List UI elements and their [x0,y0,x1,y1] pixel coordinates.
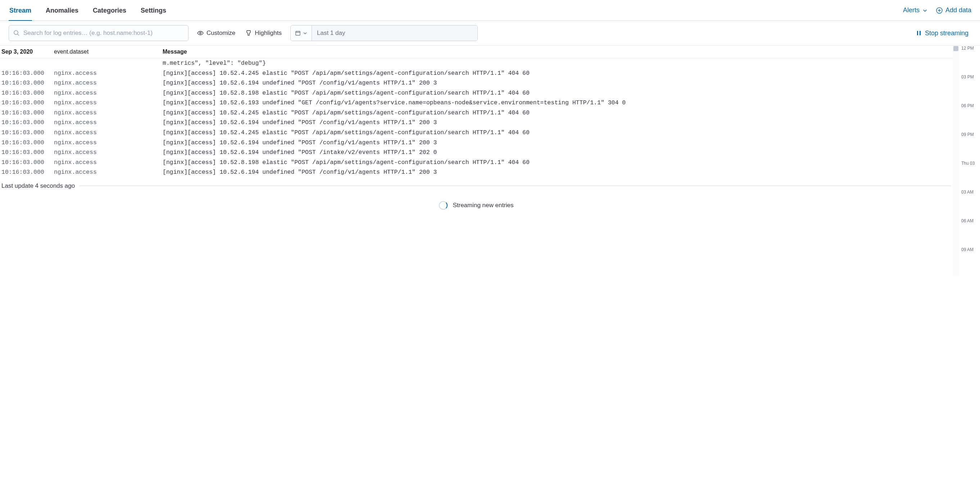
minimap-thumb[interactable] [953,46,958,51]
highlighter-icon [245,30,252,36]
log-message: [nginx][access] 10.52.8.198 elastic "POS… [162,158,951,167]
tabs-bar: Stream Anomalies Categories Settings Ale… [0,0,980,21]
log-dataset: nginx.access [54,128,162,137]
calendar-icon [295,30,301,36]
search-input[interactable] [23,30,184,37]
tabs-right: Alerts Add data [903,6,971,14]
column-header-message: Message [162,49,951,55]
date-picker[interactable]: Last 1 day [290,25,478,41]
tab-anomalies[interactable]: Anomalies [45,1,79,21]
log-timestamp: 10:16:03.000 [2,69,54,78]
log-row[interactable]: 10:16:03.000 nginx.access [nginx][access… [0,128,953,138]
minimap-tick: 12 PM [961,46,980,75]
log-rows: m.metrics", "level": "debug"} 10:16:03.0… [0,58,953,177]
minimap-tick: Thu 03 [961,161,980,189]
log-message: [nginx][access] 10.52.6.194 undefined "P… [162,78,951,88]
column-header-dataset: event.dataset [54,49,162,55]
log-row[interactable]: 10:16:03.000 nginx.access [nginx][access… [0,148,953,158]
search-icon [13,30,20,36]
log-message: m.metrics", "level": "debug"} [162,59,951,68]
stop-streaming-label: Stop streaming [925,30,969,37]
highlights-label: Highlights [255,30,282,37]
log-message: [nginx][access] 10.52.6.193 undefined "G… [162,98,951,108]
log-message: [nginx][access] 10.52.6.194 undefined "P… [162,118,951,127]
tabs-left: Stream Anomalies Categories Settings [9,0,167,21]
last-update-text: Last update 4 seconds ago [2,182,75,189]
svg-point-1 [14,30,18,35]
log-timestamp: 10:16:03.000 [2,78,54,88]
search-box[interactable] [9,25,189,41]
customize-label: Customize [207,30,235,37]
log-message: [nginx][access] 10.52.6.194 undefined "P… [162,168,951,177]
log-row[interactable]: 10:16:03.000 nginx.access [nginx][access… [0,78,953,88]
streaming-label: Streaming new entries [453,202,513,209]
log-row[interactable]: 10:16:03.000 nginx.access [nginx][access… [0,138,953,148]
eye-icon [197,30,204,36]
last-update-divider: Last update 4 seconds ago [0,180,953,193]
log-row[interactable]: 10:16:03.000 nginx.access [nginx][access… [0,68,953,78]
minimap-tick: 09 AM [961,247,980,276]
log-dataset: nginx.access [54,158,162,167]
customize-button[interactable]: Customize [196,30,237,37]
minimap[interactable]: 12 PM 03 PM 06 PM 09 PM Thu 03 03 AM 06 … [953,46,980,276]
minimap-tick: 09 PM [961,132,980,161]
minimap-tick: 06 PM [961,103,980,132]
log-row[interactable]: 10:16:03.000 nginx.access [nginx][access… [0,98,953,108]
minimap-tick: 03 PM [961,75,980,103]
toolbar: Customize Highlights Last 1 day Stop str… [0,21,980,46]
log-dataset: nginx.access [54,148,162,157]
log-dataset: nginx.access [54,118,162,127]
minimap-tick: 06 AM [961,218,980,247]
svg-point-2 [200,32,201,34]
log-message: [nginx][access] 10.52.8.198 elastic "POS… [162,89,951,98]
log-dataset: nginx.access [54,78,162,88]
log-timestamp: 10:16:03.000 [2,148,54,157]
svg-rect-3 [296,31,300,35]
log-timestamp: 10:16:03.000 [2,168,54,177]
log-dataset: nginx.access [54,69,162,78]
plus-circle-icon [936,7,943,14]
column-header-timestamp: Sep 3, 2020 [2,49,54,55]
date-icon-button[interactable] [291,25,312,41]
log-row-partial[interactable]: m.metrics", "level": "debug"} [0,58,953,68]
log-message: [nginx][access] 10.52.6.194 undefined "P… [162,138,951,148]
divider-line [79,186,951,186]
log-timestamp: 10:16:03.000 [2,98,54,108]
log-dataset: nginx.access [54,138,162,148]
streaming-status: Streaming new entries [0,193,953,218]
log-timestamp: 10:16:03.000 [2,138,54,148]
chevron-down-icon [303,31,307,35]
log-message: [nginx][access] 10.52.4.245 elastic "POS… [162,69,951,78]
alerts-dropdown[interactable]: Alerts [903,6,928,14]
log-dataset: nginx.access [54,168,162,177]
log-timestamp: 10:16:03.000 [2,128,54,137]
stop-streaming-button[interactable]: Stop streaming [916,30,971,37]
log-row[interactable]: 10:16:03.000 nginx.access [nginx][access… [0,108,953,118]
minimap-tick: 03 AM [961,189,980,218]
date-range-text[interactable]: Last 1 day [312,25,477,41]
svg-rect-5 [920,31,921,35]
log-row[interactable]: 10:16:03.000 nginx.access [nginx][access… [0,88,953,98]
log-timestamp: 10:16:03.000 [2,108,54,118]
pause-icon [916,30,921,36]
alerts-label: Alerts [903,6,920,14]
log-row[interactable]: 10:16:03.000 nginx.access [nginx][access… [0,118,953,128]
log-row[interactable]: 10:16:03.000 nginx.access [nginx][access… [0,167,953,177]
tab-settings[interactable]: Settings [140,1,167,21]
log-timestamp: 10:16:03.000 [2,118,54,127]
column-headers: Sep 3, 2020 event.dataset Message [0,46,953,58]
tab-stream[interactable]: Stream [9,1,32,21]
add-data-button[interactable]: Add data [936,6,971,14]
add-data-label: Add data [945,6,971,14]
minimap-scrollbar[interactable] [953,46,959,276]
log-row[interactable]: 10:16:03.000 nginx.access [nginx][access… [0,158,953,168]
highlights-button[interactable]: Highlights [244,30,283,37]
spinner-icon [439,201,447,210]
chevron-down-icon [923,8,928,13]
log-message: [nginx][access] 10.52.4.245 elastic "POS… [162,108,951,118]
tab-categories[interactable]: Categories [92,1,127,21]
log-dataset: nginx.access [54,89,162,98]
svg-rect-4 [917,31,918,35]
log-panel: Sep 3, 2020 event.dataset Message m.metr… [0,46,953,276]
log-message: [nginx][access] 10.52.4.245 elastic "POS… [162,128,951,137]
